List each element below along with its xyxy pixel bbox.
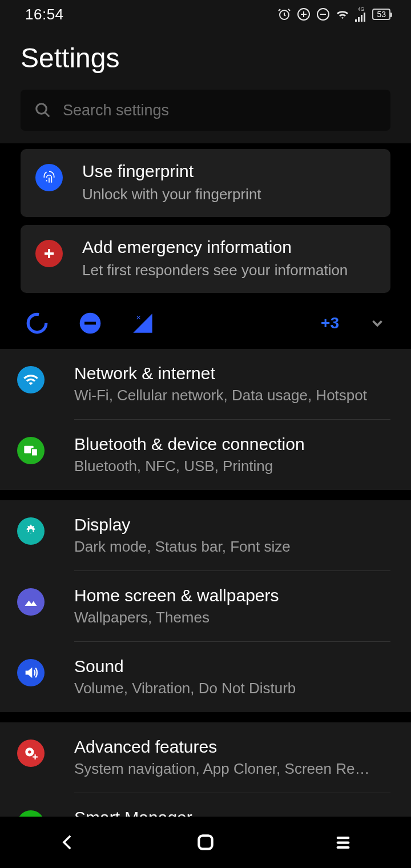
search-icon	[34, 102, 51, 119]
row-display[interactable]: Display Dark mode, Status bar, Font size	[0, 500, 411, 570]
row-subtitle: Bluetooth, NFC, USB, Printing	[74, 457, 382, 475]
row-bluetooth-devices[interactable]: Bluetooth & device connection Bluetooth,…	[0, 420, 411, 490]
battery-indicator: 53	[372, 9, 390, 20]
row-subtitle: System navigation, App Cloner, Screen Re…	[74, 760, 382, 778]
home-button[interactable]	[194, 831, 217, 854]
no-signal-icon[interactable]: ×	[131, 312, 154, 335]
suggestion-title: Add emergency information	[82, 238, 348, 257]
row-home-wallpaper[interactable]: Home screen & wallpapers Wallpapers, The…	[0, 571, 411, 641]
row-network-internet[interactable]: Network & internet Wi-Fi, Cellular netwo…	[0, 349, 411, 419]
fingerprint-icon	[35, 164, 63, 191]
row-advanced-features[interactable]: Advanced features System navigation, App…	[0, 722, 411, 793]
row-sound[interactable]: Sound Volume, Vibration, Do Not Disturb	[0, 642, 411, 712]
svg-rect-15	[31, 449, 37, 456]
suggestion-subtitle: Let first responders see your informatio…	[82, 260, 348, 280]
svg-rect-12	[84, 322, 96, 325]
row-title: Sound	[74, 657, 390, 676]
alarm-icon	[277, 7, 291, 21]
medical-icon	[35, 240, 63, 267]
svg-rect-6	[364, 13, 365, 22]
row-subtitle: Wallpapers, Themes	[74, 609, 382, 626]
svg-rect-5	[361, 15, 362, 22]
row-title: Advanced features	[74, 737, 390, 757]
search-placeholder: Search settings	[63, 102, 169, 119]
suggestion-fingerprint[interactable]: Use fingerprint Unlock with your fingerp…	[21, 149, 390, 217]
sound-icon	[17, 659, 45, 686]
suggestion-subtitle: Unlock with your fingerprint	[82, 184, 261, 204]
more-suggestions-count[interactable]: +3	[321, 314, 339, 332]
row-subtitle: Dark mode, Status bar, Font size	[74, 538, 382, 556]
wifi-icon	[17, 366, 45, 393]
quick-row: × +3	[0, 301, 411, 349]
wifi-icon	[336, 7, 349, 21]
back-button[interactable]	[58, 833, 78, 852]
row-subtitle: Wi-Fi, Cellular network, Data usage, Hot…	[74, 387, 382, 404]
svg-rect-4	[358, 17, 360, 22]
svg-rect-22	[337, 837, 350, 839]
nav-bar	[0, 817, 411, 868]
suggestion-emergency[interactable]: Add emergency information Let first resp…	[21, 225, 390, 293]
page-title: Settings	[21, 42, 390, 74]
svg-rect-3	[355, 19, 357, 22]
svg-text:×: ×	[136, 312, 141, 322]
data-ring-icon[interactable]	[25, 311, 49, 335]
wallpaper-icon	[17, 588, 45, 616]
svg-rect-23	[337, 842, 350, 844]
row-subtitle: Volume, Vibration, Do Not Disturb	[74, 680, 382, 697]
svg-rect-21	[199, 835, 212, 849]
gear-plus-icon	[17, 740, 45, 767]
row-title: Bluetooth & device connection	[74, 435, 390, 454]
plus-circle-icon	[297, 7, 311, 21]
svg-point-10	[28, 314, 46, 332]
row-title: Home screen & wallpapers	[74, 586, 390, 605]
row-title: Display	[74, 515, 390, 535]
svg-rect-20	[35, 754, 36, 760]
dnd-icon[interactable]	[79, 312, 102, 335]
svg-rect-24	[337, 846, 350, 849]
status-bar: 16:54 4G 53	[0, 0, 411, 29]
devices-icon	[17, 437, 45, 464]
row-title: Network & internet	[74, 364, 390, 383]
svg-rect-9	[45, 252, 54, 255]
signal-icon: 4G	[355, 7, 366, 22]
brightness-icon	[17, 517, 45, 545]
recents-button[interactable]	[333, 833, 353, 852]
status-icons: 4G 53	[277, 7, 390, 22]
chevron-down-icon[interactable]	[369, 315, 386, 332]
minus-circle-icon	[316, 7, 330, 21]
search-input[interactable]: Search settings	[21, 90, 390, 131]
page-header: Settings	[0, 29, 411, 90]
svg-point-18	[28, 750, 31, 753]
svg-point-16	[29, 529, 33, 533]
suggestion-title: Use fingerprint	[82, 162, 261, 181]
svg-point-7	[37, 104, 47, 114]
status-time: 16:54	[25, 6, 64, 23]
